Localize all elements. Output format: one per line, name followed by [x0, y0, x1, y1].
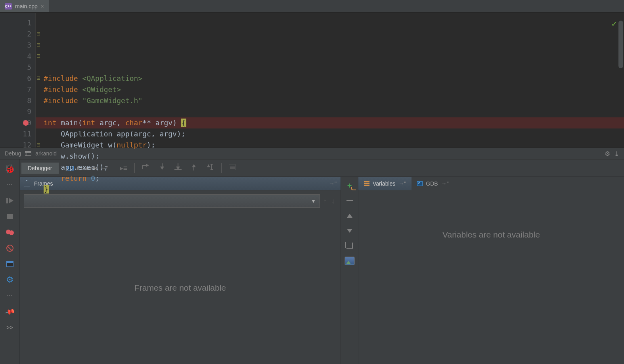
line-number[interactable]: 12 [0, 140, 31, 151]
tab-close-icon[interactable]: × [41, 3, 44, 10]
restore-layout-button[interactable] [4, 259, 15, 270]
duplicate-watch-button[interactable] [344, 240, 355, 251]
tab-filename: main.cpp [15, 3, 38, 10]
line-number[interactable]: 1 [0, 17, 31, 29]
code-line[interactable]: GameWidget w(nullptr); [44, 140, 624, 151]
code-line[interactable]: #include "GameWidget.h" [44, 95, 624, 106]
frames-panel: Frames →" ▾ ↑ ↓ Fram [20, 177, 341, 364]
variables-toolbar: + [341, 177, 358, 364]
code-line[interactable] [44, 62, 624, 73]
resume-program-button[interactable] [4, 195, 15, 206]
analysis-ok-icon: ✓ [612, 18, 617, 29]
code-editor[interactable]: 123456789101112 ⊟⊟⊟⊟⊟ ✓ #include <QAppli… [0, 13, 624, 148]
svg-rect-0 [6, 198, 8, 203]
code-line[interactable]: #include <QWidget> [44, 84, 624, 95]
editor-tab-main-cpp[interactable]: C++ main.cpp × [0, 0, 49, 12]
variables-empty-message: Variables are not available [358, 190, 624, 364]
code-line[interactable]: w.show(); [44, 151, 624, 162]
editor-scrollbar[interactable] [618, 21, 623, 68]
line-number[interactable]: 11 [0, 128, 31, 140]
stop-button[interactable] [4, 211, 15, 222]
expand-button[interactable]: >> [4, 322, 15, 333]
combo-dropdown-icon[interactable]: ▾ [307, 195, 320, 207]
line-number[interactable]: 8 [0, 95, 31, 106]
frames-icon [24, 181, 30, 186]
line-number[interactable]: 4 [0, 51, 31, 62]
code-line[interactable]: app.exec(); [44, 162, 624, 173]
layout-icon [25, 151, 31, 156]
thread-selector-combo[interactable]: ▾ [24, 194, 320, 208]
view-breakpoints-button[interactable] [4, 227, 15, 238]
rerun-debug-button[interactable]: 🐞 [4, 163, 15, 174]
line-number[interactable]: 7 [0, 84, 31, 95]
code-line[interactable]: } [44, 184, 624, 195]
prev-frame-button[interactable]: ↑ [323, 197, 327, 205]
breakpoint-icon[interactable] [23, 120, 29, 126]
svg-marker-1 [9, 198, 13, 203]
line-number[interactable]: 6 [0, 73, 31, 84]
pin-tab-button[interactable]: 📌 [2, 304, 17, 319]
code-line[interactable]: return 0; [44, 173, 624, 184]
code-line[interactable] [44, 106, 624, 117]
code-line[interactable]: QApplication app(argc, argv); [44, 128, 624, 140]
move-watch-up-button[interactable] [344, 210, 355, 221]
frames-empty-message: Frames are not available [20, 212, 341, 364]
line-number[interactable]: 5 [0, 62, 31, 73]
code-line[interactable]: int main(int argc, char** argv) { [44, 117, 624, 128]
show-watches-view-button[interactable] [344, 255, 355, 266]
line-number[interactable]: 9 [0, 106, 31, 117]
line-number[interactable]: 2 [0, 29, 31, 40]
editor-tab-bar: C++ main.cpp × [0, 0, 624, 13]
move-watch-down-button[interactable] [344, 225, 355, 236]
line-number-gutter[interactable]: 123456789101112 [0, 13, 36, 148]
next-frame-button[interactable]: ↓ [331, 197, 335, 205]
debug-action-sidebar: 🐞 ⋯ ⚙ ⋯ 📌 >> [0, 159, 20, 364]
line-number[interactable]: 3 [0, 40, 31, 51]
cpp-file-icon: C++ [5, 3, 12, 10]
debug-settings-button[interactable]: ⚙ [4, 274, 15, 285]
more-actions-2-button[interactable]: ⋯ [4, 290, 15, 301]
remove-watch-button[interactable] [344, 195, 355, 206]
toolwindow-title: Debug [5, 150, 21, 157]
code-line[interactable]: #include <QApplication> [44, 73, 624, 84]
more-actions-button[interactable]: ⋯ [4, 179, 15, 190]
code-area[interactable]: ✓ #include <QApplication>#include <QWidg… [36, 13, 624, 148]
mute-breakpoints-button[interactable] [4, 243, 15, 254]
